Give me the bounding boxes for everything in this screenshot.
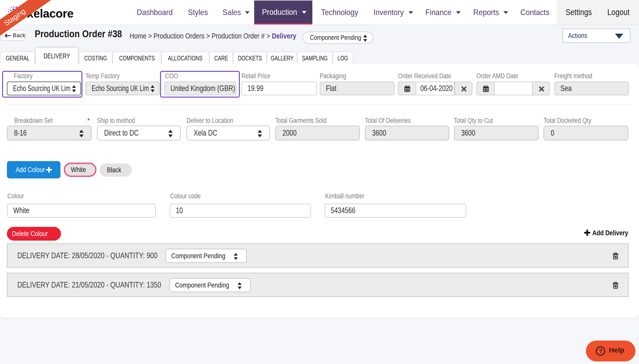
svg-text:?: ? <box>599 348 602 354</box>
